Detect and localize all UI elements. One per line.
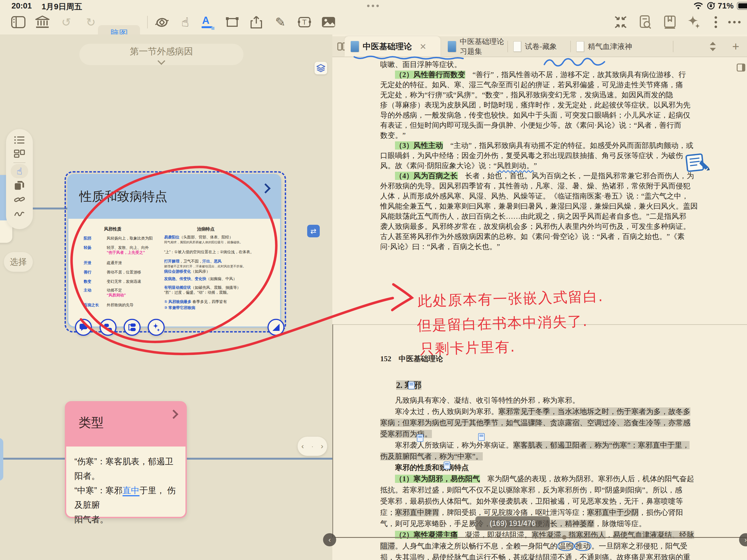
page-forward-button[interactable]: › [739, 533, 747, 546]
doc-text-line[interactable]: 有表证，但短时间内即可现头面一身俱肿、小便短少等。故《素问·风论》说：“风者，善… [380, 120, 698, 130]
document-search-icon[interactable] [635, 12, 655, 32]
card-types[interactable]: 类型 “伤寒”：寒客肌表，郁遏卫阳者。 “中寒”：寒邪直中于里， 伤及脏腑 阳气… [65, 401, 187, 518]
ai-sparkles-icon[interactable] [684, 12, 704, 32]
link-text[interactable]: 直中 [123, 486, 139, 496]
doc-text-line[interactable]: 寒邪袭人所致病证，称为外寒病证。寒客肌表，郁遏卫阳者，称为“伤寒”；寒邪直中于里… [380, 440, 694, 451]
battery-icon [737, 2, 747, 10]
card-merge-button[interactable] [124, 319, 140, 336]
textbox-tool-icon[interactable]: T [294, 12, 314, 32]
more-menu-icon[interactable] [724, 12, 745, 32]
doc-text-line[interactable]: 无定处，称为“行痹”或“风痹”。“数变”，指风邪致病变幻无常，发病迅速。如因风而… [380, 90, 698, 100]
doc-text-line[interactable]: 凡致病具有寒冷、凝结、收引等特性的外邪，称为寒邪。 [380, 395, 694, 406]
card-resize-button[interactable] [267, 319, 284, 336]
doc-text-line[interactable]: 阻滞。人身气血津液之所以畅行不息，全赖一身阳气的温煦推动。一旦阴寒之邪侵犯，阳气… [380, 540, 694, 552]
page-back-button[interactable]: ‹ [323, 533, 336, 546]
doc-text-line[interactable]: 抵抗。若寒邪过盛，则阳气不仅不足以驱除寒邪，反为寒邪所伤，即“阴盛则阳病”。所以… [380, 484, 694, 496]
undo-icon[interactable]: ↺ [56, 12, 76, 32]
chevron-right-icon[interactable] [261, 184, 271, 194]
board-layout-icon[interactable] [11, 147, 28, 161]
note-marker-icon[interactable] [417, 434, 423, 442]
card-comment-button[interactable] [75, 319, 92, 336]
document-tab[interactable]: 中医基础理论✕ [345, 36, 440, 57]
chevron-right-icon[interactable] [169, 409, 178, 419]
bookmark-icon[interactable] [660, 12, 680, 32]
doc-text-line[interactable]: （2）寒性凝滞主痛 凝滞，即凝结阻滞。寒性凝滞，指寒邪伤人，易使气血津液凝结、经… [380, 529, 694, 540]
doc-text-line[interactable]: （2）风性善行而数变 “善行”，指风性善动不居，游移不定，故其致病具有病位游移、… [380, 70, 698, 80]
highlight-tool-icon[interactable]: A [198, 12, 218, 32]
link-tool-icon[interactable] [11, 192, 28, 207]
map-pager[interactable]: ‹·› [298, 437, 327, 456]
doc-text-line[interactable]: 古人甚至将风邪作为外感致病因素的总称。如《素问·骨空论》说：“风者，百病之始也。… [380, 232, 698, 242]
tab-sort-icon[interactable] [709, 42, 716, 52]
doc-text-line[interactable]: （1）寒为阴邪，易伤阳气 寒为阴气盛的表现，故称为阴邪。寒邪伤人后，机体的阳气奋… [380, 473, 694, 484]
doc-text-line[interactable]: 数变。” [380, 130, 698, 140]
doc-text-line[interactable]: 损，失其温煦，易使经脉气血运行不畅，甚或凝结阻滞不通，不通则痛。故疼痛是寒邪致病… [380, 552, 694, 560]
add-tab-button[interactable]: + [732, 39, 739, 53]
doc-text-line[interactable]: 人体，从而形成外感风寒、风湿、风热、风燥等证。《临证指南医案·卷五》说：“盖六气… [380, 191, 698, 201]
compress-view-icon[interactable] [611, 12, 631, 32]
close-tab-icon[interactable]: ✕ [419, 42, 427, 51]
copy-cards-icon[interactable] [11, 178, 28, 192]
image-tool-icon[interactable] [318, 12, 339, 32]
root-node[interactable]: 第一节外感病因 [79, 44, 243, 65]
doc-text-line[interactable]: （4）风为百病之长 长者，始也，首也。风为百病之长，一是指风邪常兼它邪合而伤人，… [380, 171, 698, 181]
card-header[interactable]: 性质和致病特点 [67, 174, 281, 219]
pdf-page-152-text[interactable]: 凡致病具有寒冷、凝结、收引等特性的外邪，称为寒邪。寒冷太过，伤人致病则为寒邪。寒… [380, 395, 694, 560]
pager-next-icon[interactable]: › [321, 442, 323, 451]
doc-text-line[interactable]: 伤及脏腑阳气者，称为“中寒”。 [380, 451, 694, 462]
doc-text-line[interactable]: 导的外感病，一般发病急，传变也较快。如风中于头面，可突发口眼喎斜；小儿风水证，起… [380, 110, 698, 120]
doc-text-line[interactable]: 口眼喎斜，为风中经络；因金刃外伤，复受风毒之邪出现四肢抽搐、角弓反张等症状，为破… [380, 151, 698, 161]
doc-text-line[interactable]: 无定处的特征。如风、寒、湿三气杂至而引起的痹证，若风邪偏盛，可见游走性关节疼痛，… [380, 80, 698, 90]
offscreen-card[interactable] [0, 438, 3, 481]
layers-button[interactable] [314, 62, 327, 74]
outline-list-icon[interactable] [11, 133, 28, 147]
pdf-page-151-text[interactable]: 咳嗽、面目浮肿等症状。（2）风性善行而数变 “善行”，指风性善动不居，游移不定，… [380, 60, 698, 252]
card-properties[interactable]: 性质和致病特点 风邪性质 治病特点 阳邪风轻扬向上，取象比类为阳轻扬轻浮、发散、… [67, 174, 281, 327]
collapse-chevron-icon[interactable] [158, 57, 165, 64]
multitask-indicator-icon[interactable] [366, 3, 380, 8]
sync-review-icon[interactable] [152, 12, 172, 32]
doc-text-line[interactable]: 咳嗽、面目浮肿等症状。 [380, 60, 698, 70]
mindmap-canvas[interactable]: 第一节外感病因 ☝ 选择 [0, 34, 332, 560]
doc-text-line[interactable]: 问·风论》曰：“风者，百病之长也。” [380, 242, 698, 252]
sidebar-toggle-icon[interactable] [8, 12, 28, 32]
swap-panels-button[interactable]: ⇄ [307, 225, 320, 237]
card-table-row: 主动动摇不定“风胜则动” [84, 288, 126, 297]
doc-text-line[interactable]: 袭人致病最多。风邪终岁常在，故发病机会多；风邪伤人表里内外均可伤及，可发生多种病… [380, 221, 698, 232]
note-marker-icon[interactable] [444, 461, 450, 469]
doc-text-line[interactable]: 惟风能全兼五气，如兼寒则曰风寒，兼暑则曰暑风，兼湿曰风湿，兼燥曰风燥，兼火曰风火… [380, 201, 698, 211]
notebook-sketch-sticker[interactable] [685, 152, 710, 175]
document-tab[interactable]: 中医基础理论习题集 [442, 36, 507, 57]
red-handwriting-line: 只剩卡片里有. [419, 337, 516, 359]
library-icon[interactable] [32, 12, 53, 32]
toolbar-divider [147, 16, 148, 28]
right-panel-toggle-icon[interactable] [737, 63, 745, 73]
hand-select-tool-icon[interactable]: ☝ [11, 164, 28, 178]
card-branch-button[interactable] [100, 319, 117, 336]
doc-text-line[interactable]: 寒病；但寒邪为病也可见于其他季节，如气温骤降、贪凉露宿、空调过冷、恣食生冷等，亦… [380, 417, 694, 428]
doc-text-line[interactable]: 疹（荨麻疹）表现为皮肤风团，时隐时现，瘙痒时作，发无定处，此起彼伏等症状。以风邪… [380, 100, 698, 110]
doc-text-line[interactable]: 风能鼓荡此五气而伤人，故曰百病之长……由此观之，病之因乎风而起者自多也。”二是指… [380, 211, 698, 221]
doc-text-line[interactable]: （3）风性主动 “主动”，指风邪致病具有动摇不定的特征。如感受外风而面部肌肉颤动… [380, 140, 698, 151]
document-tab[interactable]: 精气血津液神 [570, 36, 673, 57]
doc-text-line[interactable]: 寒邪的性质和致病特点 [380, 462, 694, 473]
table-col1-header: 风邪性质 [104, 226, 122, 232]
doc-text-line[interactable]: 寒冷太过，伤人致病则为寒邪。寒邪常见于冬季，当水冰地坼之时，伤于寒者为多，故冬多 [380, 406, 694, 417]
export-icon[interactable] [246, 12, 266, 32]
doc-text-line[interactable]: 风。故《素问·阴阳应象大论》说：“风胜则动。” [380, 161, 698, 171]
kebab-menu-icon[interactable] [706, 12, 726, 32]
select-mode-button[interactable]: 选择 [4, 252, 33, 272]
pencil-tool-icon[interactable]: ✎ [270, 12, 290, 32]
note-marker-icon[interactable] [478, 433, 485, 441]
card-title: 性质和致病特点 [79, 188, 168, 205]
doc-text-line[interactable]: 受寒邪，最易损伤人体阳气。如外寒侵袭肌表，卫阳被遏，可见恶寒发热，无汗，鼻塞喷嚏… [380, 496, 694, 507]
doc-text-line[interactable]: 外邪致病的先导。因风邪四季皆有，其性善动，凡寒、湿、暑、燥、热诸邪，常依附于风而… [380, 181, 698, 191]
note-marker-icon[interactable] [408, 382, 415, 390]
pager-prev-icon[interactable]: ‹ [302, 442, 304, 451]
doc-text-line[interactable]: 受寒邪而为病。 [380, 428, 694, 440]
pointer-tool-icon[interactable]: ☝ [175, 12, 195, 32]
scribble-tool-icon[interactable] [11, 207, 28, 221]
document-tab[interactable]: 试卷-藏象 [507, 36, 570, 57]
card-ai-button[interactable] [148, 319, 165, 336]
rect-select-icon[interactable] [222, 12, 242, 32]
